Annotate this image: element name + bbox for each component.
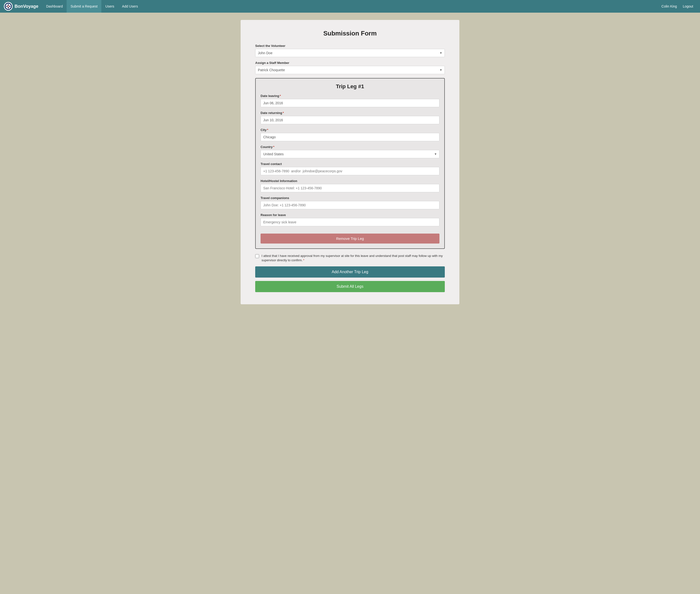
travel-contact-label: Travel contact — [261, 162, 439, 166]
volunteer-select[interactable]: John Doe — [255, 49, 445, 57]
hotel-label: Hotel/Hostel Information — [261, 179, 439, 183]
country-select[interactable]: United States — [261, 150, 439, 158]
reason-input[interactable] — [261, 218, 439, 226]
companions-label: Travel companions — [261, 196, 439, 200]
brand: BonVoyage — [4, 2, 38, 11]
country-label: Country* — [261, 145, 439, 149]
city-input[interactable] — [261, 133, 439, 141]
date-leaving-required: * — [280, 94, 281, 98]
reason-group: Reason for leave — [261, 213, 439, 226]
country-select-wrapper: United States ▼ — [261, 150, 439, 158]
companions-input[interactable] — [261, 201, 439, 209]
nav-right: Colin King Logout — [659, 1, 696, 12]
country-group: Country* United States ▼ — [261, 145, 439, 158]
travel-contact-group: Travel contact — [261, 162, 439, 175]
city-group: City* — [261, 128, 439, 141]
date-returning-label: Date returning* — [261, 111, 439, 115]
submit-all-legs-button[interactable]: Submit All Legs — [255, 281, 445, 292]
volunteer-label: Select the Volunteer — [255, 44, 445, 47]
nav-links: Dashboard Submit a Request Users Add Use… — [42, 0, 659, 13]
page-title: Submission Form — [255, 30, 445, 37]
date-leaving-group: Date leaving* — [261, 94, 439, 107]
staff-group: Assign a Staff Member Patrick Choquette … — [255, 61, 445, 74]
nav-submit-request[interactable]: Submit a Request — [67, 0, 101, 13]
attestation-text: I attest that I have received approval f… — [262, 254, 445, 263]
nav-logout[interactable]: Logout — [680, 1, 696, 12]
nav-dashboard[interactable]: Dashboard — [42, 0, 67, 13]
companions-group: Travel companions — [261, 196, 439, 209]
date-leaving-label: Date leaving* — [261, 94, 439, 98]
reason-label: Reason for leave — [261, 213, 439, 217]
travel-contact-input[interactable] — [261, 167, 439, 175]
date-returning-input[interactable] — [261, 116, 439, 124]
country-required: * — [273, 145, 274, 149]
staff-select-wrapper: Patrick Choquette ▼ — [255, 66, 445, 74]
main-container: Submission Form Select the Volunteer Joh… — [241, 20, 459, 304]
city-label: City* — [261, 128, 439, 132]
brand-logo — [4, 2, 13, 11]
remove-trip-leg-button[interactable]: Remove Trip Leg — [261, 234, 439, 243]
staff-label: Assign a Staff Member — [255, 61, 445, 65]
brand-name: BonVoyage — [14, 4, 38, 9]
volunteer-select-wrapper: John Doe ▼ — [255, 49, 445, 57]
hotel-group: Hotel/Hostel Information — [261, 179, 439, 192]
attestation-row: I attest that I have received approval f… — [255, 254, 445, 263]
date-returning-group: Date returning* — [261, 111, 439, 124]
add-trip-leg-button[interactable]: Add Another Trip Leg — [255, 266, 445, 277]
staff-select[interactable]: Patrick Choquette — [255, 66, 445, 74]
attestation-checkbox[interactable] — [255, 254, 259, 258]
date-returning-required: * — [283, 111, 284, 115]
city-required: * — [267, 128, 268, 132]
trip-leg-box: Trip Leg #1 Date leaving* Date returning… — [255, 78, 445, 249]
date-leaving-input[interactable] — [261, 99, 439, 107]
svg-point-3 — [8, 6, 9, 7]
hotel-input[interactable] — [261, 184, 439, 192]
nav-add-users[interactable]: Add Users — [118, 0, 142, 13]
attestation-required: * — [303, 258, 304, 262]
nav-users[interactable]: Users — [101, 0, 118, 13]
trip-leg-title: Trip Leg #1 — [261, 84, 439, 90]
volunteer-group: Select the Volunteer John Doe ▼ — [255, 44, 445, 57]
nav-username: Colin King — [659, 1, 680, 12]
navbar: BonVoyage Dashboard Submit a Request Use… — [0, 0, 700, 13]
